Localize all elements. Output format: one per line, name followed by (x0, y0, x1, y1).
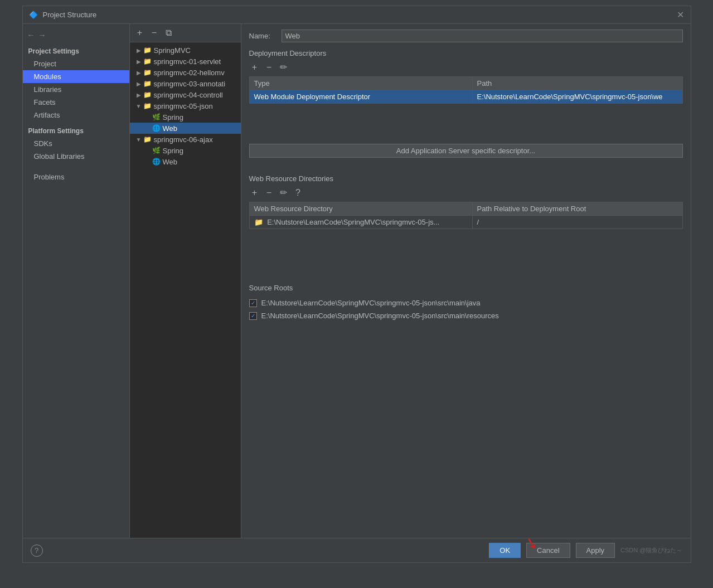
web-resource-section: Web Resource Directories + − ✏ ? Web Res… (249, 174, 683, 278)
dd-remove-button[interactable]: − (264, 62, 275, 73)
sidebar-item-problems[interactable]: Problems (23, 171, 129, 183)
node-label-spring-05: Spring (163, 113, 184, 122)
web-icon-05: 🌐 (152, 124, 161, 133)
tree-node-02-hello[interactable]: ▶ 📁 springmvc-02-hellomv (130, 67, 241, 78)
tree-node-05-json[interactable]: ▼ 📁 springmvc-05-json (130, 100, 241, 111)
source-path-0: E:\Nutstore\LearnCode\SpringMVC\springmv… (261, 299, 481, 307)
toggle-springmvc: ▶ (134, 46, 143, 55)
tree-node-web-05[interactable]: 🌐 Web (130, 123, 241, 134)
node-label-web-05: Web (163, 124, 178, 133)
apply-button[interactable]: Apply (576, 543, 615, 558)
folder-icon-06: 📁 (143, 135, 152, 144)
toggle-spring-06 (143, 146, 152, 155)
project-settings-heading: Project Settings (23, 44, 129, 57)
spring-icon-05: 🌿 (152, 113, 161, 122)
tree-node-01-servlet[interactable]: ▶ 📁 springmvc-01-servlet (130, 56, 241, 67)
folder-icon-02: 📁 (143, 68, 152, 77)
sidebar-item-modules[interactable]: Modules (23, 70, 129, 83)
tree-add-button[interactable]: + (134, 27, 145, 38)
tree-node-spring-05[interactable]: 🌿 Spring (130, 111, 241, 123)
wr-table-header: Web Resource Directory Path Relative to … (250, 202, 682, 216)
wr-add-button[interactable]: + (249, 187, 260, 198)
bottom-help-bar: ? ➘ OK Cancel Apply CSDN @猫鱼ぴねた～ (23, 538, 691, 562)
node-label-04: springmvc-04-controll (154, 91, 223, 99)
toggle-05: ▼ (134, 101, 143, 110)
source-roots-section: Source Roots ✓ E:\Nutstore\LearnCode\Spr… (249, 284, 683, 322)
sidebar-item-global-libraries[interactable]: Global Libraries (23, 150, 129, 163)
path-header: Path (473, 77, 682, 90)
wr-edit-button[interactable]: ✏ (278, 187, 289, 198)
deployment-descriptors-title: Deployment Descriptors (249, 49, 683, 57)
tree-node-springmvc[interactable]: ▶ 📁 SpringMVC (130, 45, 241, 56)
source-roots-title: Source Roots (249, 284, 683, 292)
close-button[interactable]: ✕ (676, 11, 685, 20)
tree-node-web-06[interactable]: 🌐 Web (130, 156, 241, 167)
tree-panel: + − ⧉ ▶ 📁 SpringMVC ▶ 📁 springmvc-01-ser… (130, 24, 241, 538)
nav-forward-button[interactable]: → (38, 31, 46, 40)
folder-icon-04: 📁 (143, 90, 152, 99)
toggle-spring-05 (143, 113, 152, 122)
name-input[interactable] (282, 30, 683, 42)
folder-icon-springmvc: 📁 (143, 46, 152, 55)
app-icon: 🔷 (28, 10, 38, 20)
tree-copy-button[interactable]: ⧉ (163, 27, 174, 38)
wr-path-header: Path Relative to Deployment Root (473, 202, 682, 215)
platform-settings-heading: Platform Settings (23, 122, 129, 137)
sidebar-item-libraries[interactable]: Libraries (23, 83, 129, 96)
wr-path-cell: / (473, 216, 682, 229)
deployment-table: Type Path Web Module Deployment Descript… (249, 76, 683, 104)
toggle-01: ▶ (134, 57, 143, 66)
tree-node-06-ajax[interactable]: ▼ 📁 springmvc-06-ajax (130, 134, 241, 145)
source-item-1[interactable]: ✓ E:\Nutstore\LearnCode\SpringMVC\spring… (249, 309, 683, 322)
source-checkbox-1[interactable]: ✓ (249, 312, 257, 320)
wr-dir-text: E:\Nutstore\LearnCode\SpringMVC\springmv… (267, 218, 439, 226)
node-label-web-06: Web (163, 158, 178, 166)
tree-node-04-controll[interactable]: ▶ 📁 springmvc-04-controll (130, 89, 241, 100)
help-button[interactable]: ? (31, 545, 43, 557)
node-label-springmvc: SpringMVC (154, 46, 191, 55)
wr-dir-icon: 📁 (254, 218, 263, 226)
node-label-03: springmvc-03-annotati (154, 80, 226, 88)
toggle-02: ▶ (134, 68, 143, 77)
node-label-spring-06: Spring (163, 147, 184, 155)
name-label: Name: (249, 32, 277, 40)
tree-node-03-annotati[interactable]: ▶ 📁 springmvc-03-annotati (130, 78, 241, 89)
folder-icon-03: 📁 (143, 79, 152, 88)
add-descriptor-button[interactable]: Add Application Server specific descript… (249, 144, 683, 158)
name-row: Name: (249, 30, 683, 42)
tree-remove-button[interactable]: − (149, 27, 160, 38)
dd-edit-button[interactable]: ✏ (278, 62, 289, 73)
deployment-toolbar: + − ✏ (249, 62, 683, 73)
type-cell: Web Module Deployment Descriptor (250, 90, 473, 103)
source-checkbox-0[interactable]: ✓ (249, 299, 257, 307)
folder-icon-01: 📁 (143, 57, 152, 66)
watermark: CSDN @猫鱼ぴねた～ (620, 546, 682, 555)
source-item-0[interactable]: ✓ E:\Nutstore\LearnCode\SpringMVC\spring… (249, 297, 683, 309)
nav-back-button[interactable]: ← (27, 31, 35, 40)
source-path-1: E:\Nutstore\LearnCode\SpringMVC\springmv… (261, 312, 499, 320)
wr-remove-button[interactable]: − (264, 187, 275, 198)
tree-node-spring-06[interactable]: 🌿 Spring (130, 145, 241, 156)
ok-button[interactable]: OK (489, 543, 521, 558)
wr-dir-cell: 📁 E:\Nutstore\LearnCode\SpringMVC\spring… (250, 216, 473, 229)
wr-help-button[interactable]: ? (293, 187, 304, 198)
dialog-title: Project Structure (43, 11, 97, 19)
deployment-table-header: Type Path (250, 77, 682, 90)
sidebar: ← → Project Settings Project Modules Lib… (23, 24, 130, 538)
web-resource-toolbar: + − ✏ ? (249, 187, 683, 198)
sidebar-item-facets[interactable]: Facets (23, 96, 129, 109)
node-label-02: springmvc-02-hellomv (154, 69, 225, 77)
toggle-web-06 (143, 157, 152, 166)
node-label-05: springmvc-05-json (154, 102, 213, 110)
toggle-04: ▶ (134, 90, 143, 99)
dd-add-button[interactable]: + (249, 62, 260, 73)
sidebar-item-project[interactable]: Project (23, 57, 129, 70)
sidebar-item-sdks[interactable]: SDKs (23, 137, 129, 150)
table-row[interactable]: Web Module Deployment Descriptor E:\Nuts… (250, 90, 682, 103)
sidebar-item-artifacts[interactable]: Artifacts (23, 109, 129, 122)
web-resource-table: Web Resource Directory Path Relative to … (249, 202, 683, 229)
wr-table-row[interactable]: 📁 E:\Nutstore\LearnCode\SpringMVC\spring… (250, 216, 682, 229)
toggle-03: ▶ (134, 79, 143, 88)
node-label-01: springmvc-01-servlet (154, 57, 221, 66)
title-bar: 🔷 Project Structure ✕ (23, 6, 691, 24)
